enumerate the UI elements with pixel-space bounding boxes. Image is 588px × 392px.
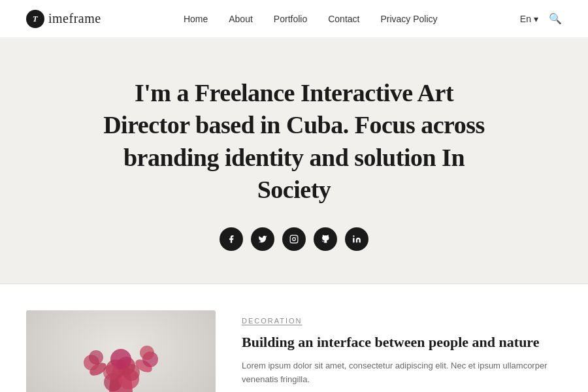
post-excerpt: Lorem ipsum dolor sit amet, consectetur … <box>242 359 562 387</box>
nav-about[interactable]: About <box>229 14 253 24</box>
hero-section: I'm a Freelance Interactive Art Director… <box>0 38 588 284</box>
chevron-down-icon: ▾ <box>534 14 538 24</box>
post-image <box>26 310 216 392</box>
twitter-icon <box>258 235 267 244</box>
logo[interactable]: T imeframe <box>26 10 101 28</box>
svg-point-2 <box>296 237 297 237</box>
github-button[interactable] <box>314 227 337 251</box>
nav-right: En ▾ 🔍 <box>520 12 562 25</box>
svg-rect-0 <box>290 235 298 243</box>
linkedin-icon <box>352 235 361 244</box>
post-card: DECORATION Building an interface between… <box>242 310 562 392</box>
hero-headline: I'm a Freelance Interactive Art Director… <box>91 77 497 206</box>
nav-contact[interactable]: Contact <box>328 14 359 24</box>
logo-icon: T <box>26 10 44 28</box>
nav-privacy[interactable]: Privacy Policy <box>380 14 437 24</box>
search-icon[interactable]: 🔍 <box>549 12 562 25</box>
navbar: T imeframe Home About Portfolio Contact … <box>0 0 588 38</box>
github-icon <box>321 235 330 244</box>
svg-point-1 <box>293 237 296 240</box>
language-selector[interactable]: En ▾ <box>520 14 538 24</box>
nav-portfolio[interactable]: Portfolio <box>274 14 307 24</box>
facebook-icon <box>227 235 236 244</box>
instagram-icon <box>289 235 299 244</box>
logo-text: imeframe <box>48 11 101 26</box>
facebook-button[interactable] <box>220 227 243 251</box>
post-title: Building an interface between people and… <box>242 333 562 352</box>
social-icons <box>13 227 575 251</box>
plant-illustration <box>26 310 216 392</box>
post-category[interactable]: DECORATION <box>242 317 562 325</box>
nav-links: Home About Portfolio Contact Privacy Pol… <box>184 13 438 25</box>
svg-point-16 <box>89 350 103 365</box>
svg-point-3 <box>353 235 354 237</box>
instagram-button[interactable] <box>282 227 306 251</box>
linkedin-button[interactable] <box>345 227 368 251</box>
twitter-button[interactable] <box>251 227 274 251</box>
svg-point-19 <box>140 346 154 360</box>
content-section: DECORATION Building an interface between… <box>0 284 588 392</box>
nav-home[interactable]: Home <box>184 14 208 24</box>
